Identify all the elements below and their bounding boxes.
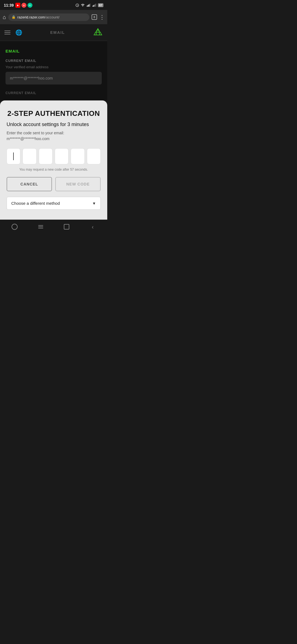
url-path: /account/ (45, 15, 60, 19)
code-box-6[interactable] (87, 148, 101, 164)
nav-square-icon (64, 224, 69, 230)
nav-recents-button[interactable] (37, 223, 44, 230)
signal-icon-2 (92, 3, 97, 7)
url-domain: razerid.razer.com (17, 15, 45, 19)
svg-rect-3 (90, 4, 90, 7)
auth-description-line1: Enter the code sent to your email: (7, 131, 64, 135)
main-content: EMAIL CURRENT EMAIL Your verified email … (0, 41, 107, 100)
current-email-label: CURRENT EMAIL (6, 59, 102, 63)
code-box-3[interactable] (39, 148, 53, 164)
code-box-2[interactable] (23, 148, 36, 164)
status-bar: 11:39 ▶ ● ✉ 87 (0, 0, 107, 10)
email-description: Your verified email address (6, 65, 102, 69)
code-box-5[interactable] (71, 148, 84, 164)
partial-label: CURRENT EMAIL (6, 89, 102, 95)
svg-rect-6 (94, 4, 95, 7)
auth-title: 2-STEP AUTHENTICATION (7, 109, 101, 118)
svg-line-10 (98, 29, 100, 35)
svg-rect-1 (88, 5, 88, 7)
svg-line-9 (96, 29, 98, 35)
status-left: 11:39 ▶ ● ✉ (4, 3, 32, 8)
url-bar[interactable]: 🔒 razerid.razer.com/account/ (8, 13, 89, 21)
status-right: 87 (75, 3, 103, 7)
svg-rect-5 (94, 5, 94, 7)
site-header: 🌐 EMAIL (0, 24, 107, 41)
signal-icon (86, 3, 91, 7)
choose-method-dropdown[interactable]: Choose a different method ▼ (7, 197, 101, 210)
nav-back-button[interactable]: ‹ (89, 223, 96, 230)
choose-method-text: Choose a different method (11, 201, 60, 206)
code-box-1[interactable] (7, 148, 20, 164)
globe-icon[interactable]: 🌐 (15, 29, 22, 36)
hamburger-menu[interactable] (4, 31, 10, 34)
masked-email: m*******@*******hoo.com (10, 76, 53, 80)
status-icons: ▶ ● ✉ (15, 3, 32, 8)
home-button[interactable]: ⌂ (3, 14, 6, 20)
auth-subtitle: Unlock account settings for 3 minutes (7, 122, 101, 127)
browser-bar: ⌂ 🔒 razerid.razer.com/account/ 8 ⋮ (0, 10, 107, 24)
page-title: EMAIL (6, 49, 102, 53)
url-text: razerid.razer.com/account/ (17, 15, 59, 19)
lock-icon: 🔒 (12, 15, 16, 19)
tab-count-button[interactable]: 8 (92, 14, 97, 20)
auth-modal: 2-STEP AUTHENTICATION Unlock account set… (0, 100, 107, 220)
nav-home-button[interactable] (11, 223, 18, 230)
nav-circle-icon (12, 224, 18, 230)
camera-icon: ● (21, 3, 26, 8)
site-nav-title: EMAIL (22, 30, 93, 35)
code-input-group[interactable] (7, 148, 101, 164)
email-display-box: m*******@*******hoo.com (6, 72, 102, 84)
wifi-icon (81, 3, 85, 7)
message-icon: ✉ (28, 3, 32, 8)
youtube-icon: ▶ (15, 3, 20, 8)
battery-indicator: 87 (98, 3, 103, 7)
code-box-4[interactable] (55, 148, 68, 164)
alarm-icon (75, 3, 79, 7)
resend-note: You may request a new code after 57 seco… (7, 168, 101, 171)
svg-rect-4 (92, 6, 93, 7)
svg-rect-2 (89, 4, 89, 7)
nav-lines-icon (38, 225, 43, 228)
svg-rect-0 (87, 6, 87, 7)
auth-description-email: m*******@*******hoo.com (7, 137, 50, 141)
svg-marker-8 (94, 29, 102, 35)
chevron-down-icon: ▼ (92, 201, 96, 206)
nav-back-icon: ‹ (92, 224, 94, 230)
action-buttons: CANCEL NEW CODE (7, 177, 101, 191)
nav-overview-button[interactable] (63, 223, 70, 230)
razer-logo (93, 28, 103, 37)
status-time: 11:39 (4, 3, 14, 7)
cancel-button[interactable]: CANCEL (7, 177, 52, 191)
nav-bar: ‹ (0, 220, 107, 234)
svg-rect-7 (95, 4, 96, 7)
auth-description: Enter the code sent to your email: m****… (7, 130, 101, 142)
new-code-button[interactable]: NEW CODE (55, 177, 101, 191)
more-options-button[interactable]: ⋮ (99, 14, 105, 20)
